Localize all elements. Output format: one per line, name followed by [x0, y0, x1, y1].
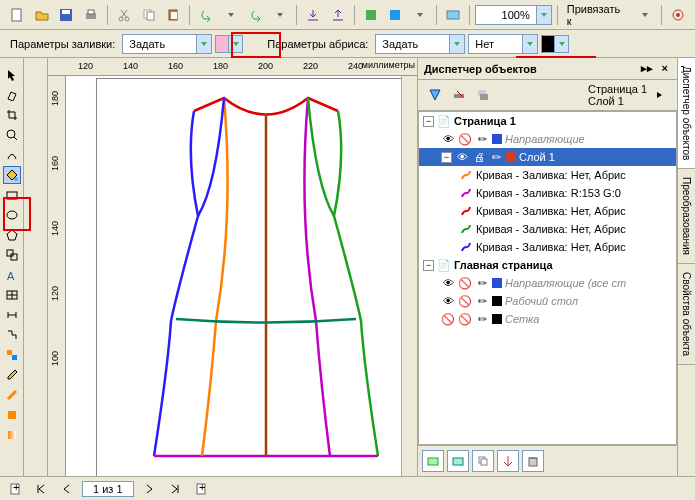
fill-mode-combo[interactable]: Задать [122, 34, 212, 54]
outline-mode-combo[interactable]: Задать [375, 34, 465, 54]
zoom-combo[interactable]: 100% [475, 5, 552, 25]
chevron-down-icon[interactable] [554, 36, 568, 52]
delete-layer-icon[interactable] [522, 450, 544, 472]
tree-curve[interactable]: Кривая - Заливка: Нет, Абрис [419, 238, 676, 256]
outline-color-swatch[interactable] [541, 35, 569, 53]
tree-curve[interactable]: Кривая - Заливка: Нет, Абрис [419, 220, 676, 238]
dimension-tool-icon[interactable] [3, 306, 21, 324]
app3-icon[interactable] [409, 4, 431, 26]
chevron-down-icon[interactable] [196, 35, 211, 53]
table-tool-icon[interactable] [3, 286, 21, 304]
outline-preset-combo[interactable]: Нет [468, 34, 538, 54]
horizontal-ruler[interactable]: 120 140 160 180 200 220 240 миллиметры [48, 58, 417, 76]
tree-master[interactable]: −📄 Главная страница [419, 256, 676, 274]
pencil-icon[interactable]: ✏ [475, 294, 489, 308]
eye-icon[interactable]: 👁 [441, 132, 455, 146]
disable-icon[interactable]: 🚫 [458, 132, 472, 146]
first-page-icon[interactable] [30, 478, 52, 500]
app2-icon[interactable] [384, 4, 406, 26]
fill-tool-icon[interactable] [3, 406, 21, 424]
pencil-icon[interactable]: ✏ [475, 312, 489, 326]
object-tree[interactable]: −📄 Страница 1 👁🚫✏ Направляющие − 👁🖨✏ Сло… [418, 111, 677, 445]
vertical-scrollbar[interactable] [401, 76, 417, 476]
canvas[interactable] [66, 76, 401, 476]
tree-desktop[interactable]: 👁🚫✏ Рабочий стол [419, 292, 676, 310]
ellipse-tool-icon[interactable] [3, 206, 21, 224]
pencil-icon[interactable]: ✏ [475, 276, 489, 290]
eye-icon[interactable]: 👁 [441, 294, 455, 308]
tree-guides-all[interactable]: 👁🚫✏ Направляющие (все ст [419, 274, 676, 292]
zoom-tool-icon[interactable] [3, 126, 21, 144]
dress-drawing[interactable] [116, 86, 401, 466]
options-icon[interactable] [667, 4, 689, 26]
pencil-icon[interactable]: ✏ [489, 150, 503, 164]
show-props-icon[interactable] [424, 84, 446, 106]
chevron-down-icon[interactable] [228, 36, 242, 52]
tree-guides[interactable]: 👁🚫✏ Направляющие [419, 130, 676, 148]
tree-grid[interactable]: 🚫🚫✏ Сетка [419, 310, 676, 328]
chevron-down-icon[interactable] [522, 35, 537, 53]
tree-curve[interactable]: Кривая - Заливка: R:153 G:0 [419, 184, 676, 202]
last-page-icon[interactable] [164, 478, 186, 500]
undo-drop-icon[interactable] [220, 4, 242, 26]
add-page-icon[interactable]: + [4, 478, 26, 500]
copy-layer-icon[interactable] [472, 450, 494, 472]
chevron-down-icon[interactable] [536, 6, 551, 24]
crop-tool-icon[interactable] [3, 106, 21, 124]
outline-tool-icon[interactable] [3, 386, 21, 404]
cut-icon[interactable] [113, 4, 135, 26]
redo-icon[interactable] [245, 4, 267, 26]
interactive-fill-icon[interactable] [3, 426, 21, 444]
layer-mgr-icon[interactable] [472, 84, 494, 106]
import-icon[interactable] [302, 4, 324, 26]
tree-page1[interactable]: −📄 Страница 1 [419, 112, 676, 130]
disable-icon[interactable]: 🚫 [458, 312, 472, 326]
close-icon[interactable]: × [659, 62, 671, 74]
polygon-tool-icon[interactable] [3, 226, 21, 244]
pencil-icon[interactable]: ✏ [475, 132, 489, 146]
disable-icon[interactable]: 🚫 [458, 276, 472, 290]
new-master-icon[interactable] [447, 450, 469, 472]
tab-transformations[interactable]: Преобразования [678, 169, 695, 264]
disable-icon[interactable]: 🚫 [458, 294, 472, 308]
chevron-down-icon[interactable] [449, 35, 464, 53]
save-icon[interactable] [56, 4, 78, 26]
tab-object-manager[interactable]: Диспетчер объектов [678, 58, 695, 169]
new-layer-icon[interactable] [422, 450, 444, 472]
tree-curve[interactable]: Кривая - Заливка: Нет, Абрис [419, 202, 676, 220]
freehand-tool-icon[interactable] [3, 146, 21, 164]
new-icon[interactable] [6, 4, 28, 26]
next-page-icon[interactable] [138, 478, 160, 500]
move-layer-icon[interactable] [497, 450, 519, 472]
snap-drop-icon[interactable] [634, 4, 656, 26]
basicshapes-tool-icon[interactable] [3, 246, 21, 264]
eyedropper-tool-icon[interactable] [3, 366, 21, 384]
shape-tool-icon[interactable] [3, 86, 21, 104]
tab-object-props[interactable]: Свойства объекта [678, 264, 695, 365]
print-icon[interactable]: 🖨 [472, 150, 486, 164]
export-icon[interactable] [327, 4, 349, 26]
blend-tool-icon[interactable] [3, 346, 21, 364]
vertical-ruler[interactable]: 180 160 140 120 100 [48, 76, 66, 476]
eye-icon[interactable]: 👁 [441, 276, 455, 290]
open-icon[interactable] [31, 4, 53, 26]
add-page-icon[interactable]: + [190, 478, 212, 500]
connector-tool-icon[interactable] [3, 326, 21, 344]
fill-color-swatch[interactable] [215, 35, 243, 53]
tree-curve[interactable]: Кривая - Заливка: Нет, Абрис [419, 166, 676, 184]
eye-icon[interactable]: 👁 [455, 150, 469, 164]
tree-layer1[interactable]: − 👁🖨✏ Слой 1 [419, 148, 676, 166]
disable-icon[interactable]: 🚫 [441, 312, 455, 326]
app1-icon[interactable] [360, 4, 382, 26]
welcome-icon[interactable] [442, 4, 464, 26]
collapse-icon[interactable]: ▸▸ [638, 62, 656, 74]
copy-icon[interactable] [138, 4, 160, 26]
undo-icon[interactable] [195, 4, 217, 26]
pick-tool-icon[interactable] [3, 66, 21, 84]
print-icon[interactable] [80, 4, 102, 26]
smartfill-tool-icon[interactable] [3, 166, 21, 184]
redo-drop-icon[interactable] [269, 4, 291, 26]
rectangle-tool-icon[interactable] [3, 186, 21, 204]
paste-icon[interactable] [162, 4, 184, 26]
flyout-icon[interactable] [649, 84, 671, 106]
